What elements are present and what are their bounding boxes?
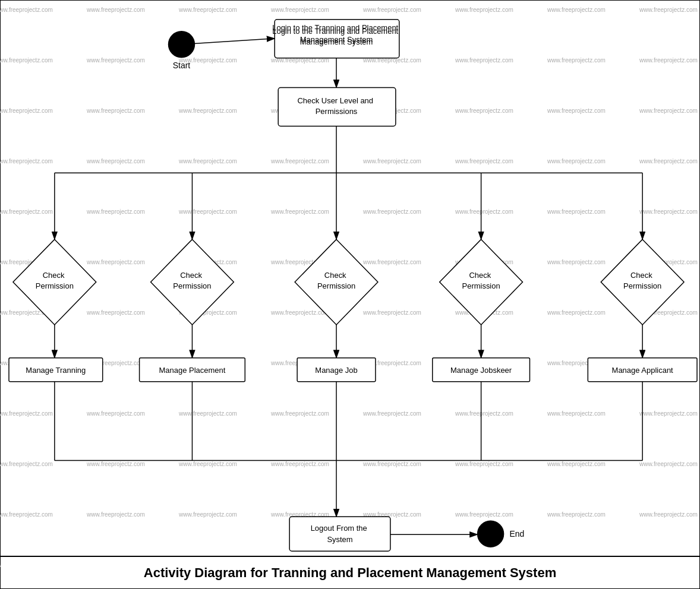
- manage-job-label: Manage Job: [315, 366, 357, 375]
- diagram-svg: Start Login to the Tranning and Placemen…: [1, 1, 699, 588]
- logout-box: [289, 517, 390, 551]
- manage-training-label: Manage Tranning: [26, 366, 86, 375]
- diagram-title: Activity Diagram for Tranning and Placem…: [144, 565, 556, 581]
- end-label: End: [510, 529, 525, 539]
- start-label: Start: [173, 61, 191, 70]
- start-circle: [169, 31, 195, 58]
- diagram-container: // Generate watermarks dynamically const…: [0, 0, 700, 589]
- manage-placement-label: Manage Placement: [159, 366, 226, 375]
- title-bar: Activity Diagram for Tranning and Placem…: [1, 556, 699, 588]
- end-circle: [478, 521, 504, 547]
- manage-applicant-label: Manage Applicant: [612, 366, 674, 375]
- svg-line-1: [181, 39, 275, 45]
- manage-jobskeer-label: Manage Jobskeer: [450, 366, 512, 375]
